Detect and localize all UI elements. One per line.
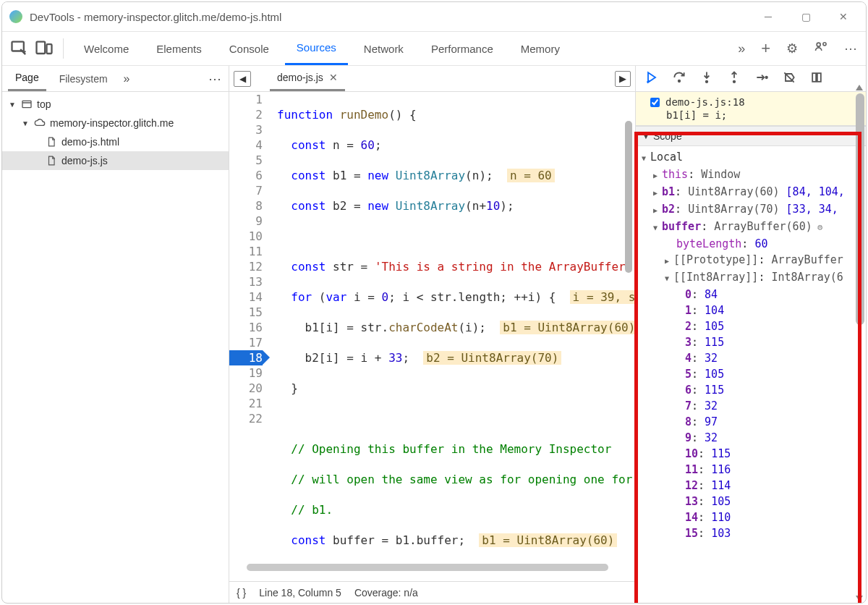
add-tab-icon[interactable]: + xyxy=(761,39,770,58)
cloud-icon xyxy=(34,117,46,129)
svg-point-8 xyxy=(733,81,736,83)
file-icon xyxy=(46,155,57,166)
editor-scrollbar-vertical[interactable] xyxy=(625,121,632,273)
breakpoint-location[interactable]: demo-js.js:18 xyxy=(665,96,745,108)
window-title: DevTools - memory-inspector.glitch.me/de… xyxy=(30,11,759,23)
scroll-down-icon[interactable] xyxy=(856,596,863,601)
account-icon[interactable] xyxy=(814,40,828,58)
inline-hint: b1 = Uint8Array(60) xyxy=(500,321,635,334)
close-button[interactable]: ✕ xyxy=(834,7,853,26)
scope-array-entry[interactable]: 2: 105 xyxy=(642,318,866,334)
kebab-icon[interactable]: ⋯ xyxy=(844,41,859,56)
maximize-button[interactable]: ▢ xyxy=(796,7,815,26)
file-tabs: ◀ demo-js.js ✕ ▶ xyxy=(229,66,635,92)
tree-top[interactable]: ▼ top xyxy=(2,95,229,114)
more-tabs-icon[interactable]: » xyxy=(738,41,745,56)
gear-icon[interactable]: ⚙ xyxy=(812,222,822,232)
scope-array-entry[interactable]: 7: 32 xyxy=(642,398,866,414)
chevron-down-icon: ▼ xyxy=(8,101,17,109)
svg-point-4 xyxy=(823,42,826,45)
debugger-panel: demo-js.js:18 b1[i] = i; ▼ Scope ▼Local … xyxy=(636,66,866,603)
scope-array-entry[interactable]: 10: 115 xyxy=(642,446,866,462)
scope-array-entry[interactable]: 12: 114 xyxy=(642,478,866,494)
nav-tab-page[interactable]: Page xyxy=(8,67,46,91)
tab-network[interactable]: Network xyxy=(352,32,415,65)
file-icon xyxy=(46,136,57,148)
file-tab-label: demo-js.js xyxy=(277,72,323,83)
scope-array-entry[interactable]: 9: 32 xyxy=(642,430,866,446)
navigator-tabs: Page Filesystem » ⋯ xyxy=(2,66,229,92)
svg-rect-0 xyxy=(12,42,24,51)
braces-icon[interactable]: { } xyxy=(237,587,246,598)
scope-title: Scope xyxy=(653,130,682,142)
tab-memory[interactable]: Memory xyxy=(509,32,571,65)
tab-console[interactable]: Console xyxy=(218,32,281,65)
breakpoint-checkbox[interactable] xyxy=(650,98,660,107)
editor-scrollbar-horizontal[interactable] xyxy=(247,564,608,571)
run-snippet-icon[interactable]: ▶ xyxy=(615,71,631,87)
toggle-navigator-button[interactable]: ◀ xyxy=(234,71,251,87)
resume-button[interactable] xyxy=(644,70,659,87)
svg-rect-11 xyxy=(817,73,821,82)
step-out-button[interactable] xyxy=(727,70,741,87)
scope-array-entry[interactable]: 15: 103 xyxy=(642,525,866,541)
scope-array-entry[interactable]: 3: 115 xyxy=(642,334,866,350)
titlebar: DevTools - memory-inspector.glitch.me/de… xyxy=(2,2,866,31)
tree-domain-label: memory-inspector.glitch.me xyxy=(50,117,174,129)
scope-array-entry[interactable]: 13: 105 xyxy=(642,494,866,509)
coverage-status: Coverage: n/a xyxy=(354,587,418,598)
editor-wrap: 12345678910111213141516171819202122 func… xyxy=(229,92,635,603)
step-over-button[interactable] xyxy=(672,70,686,87)
tree-domain[interactable]: ▼ memory-inspector.glitch.me xyxy=(2,114,229,132)
scope-array-entry[interactable]: 14: 110 xyxy=(642,509,866,525)
editor-panel: ◀ demo-js.js ✕ ▶ 12345678910111213141516… xyxy=(229,66,636,603)
nav-tabs-kebab-icon[interactable]: ⋯ xyxy=(208,71,223,87)
code-area[interactable]: function runDemo() { const n = 60; const… xyxy=(270,92,635,603)
scroll-up-icon[interactable] xyxy=(856,85,863,90)
scope-array-entry[interactable]: 1: 104 xyxy=(642,302,866,318)
minimize-button[interactable]: ─ xyxy=(759,7,778,26)
settings-icon[interactable]: ⚙ xyxy=(786,41,798,56)
scope-array-entry[interactable]: 11: 116 xyxy=(642,462,866,478)
scope-array-entry[interactable]: 5: 105 xyxy=(642,366,866,382)
nav-tab-filesystem[interactable]: Filesystem xyxy=(52,67,115,91)
inline-hint: i = 39, s xyxy=(570,290,635,304)
scope-array-entry[interactable]: 8: 97 xyxy=(642,414,866,430)
scope-array-entry[interactable]: 4: 32 xyxy=(642,350,866,366)
scope-array-entry[interactable]: 0: 84 xyxy=(642,287,866,302)
tab-sources[interactable]: Sources xyxy=(285,32,348,65)
navigator-panel: Page Filesystem » ⋯ ▼ top ▼ memory-inspe… xyxy=(2,66,229,603)
nav-tabs-more-icon[interactable]: » xyxy=(124,72,130,85)
file-tab[interactable]: demo-js.js ✕ xyxy=(270,67,345,91)
line-gutter: 12345678910111213141516171819202122 xyxy=(229,92,270,603)
tab-welcome[interactable]: Welcome xyxy=(72,32,140,65)
tab-elements[interactable]: Elements xyxy=(145,32,213,65)
svg-point-9 xyxy=(765,77,767,79)
step-into-button[interactable] xyxy=(699,70,714,87)
tree-file-label: demo-js.html xyxy=(61,136,119,148)
inspect-icon[interactable] xyxy=(9,38,30,59)
svg-point-7 xyxy=(706,81,708,83)
tree-file-js[interactable]: demo-js.js xyxy=(2,151,229,170)
debug-toolbar xyxy=(636,66,866,92)
svg-rect-1 xyxy=(37,42,46,54)
favicon-icon xyxy=(9,10,22,23)
tab-performance[interactable]: Performance xyxy=(420,32,505,65)
deactivate-bp-button[interactable] xyxy=(782,70,796,87)
svg-rect-10 xyxy=(812,73,816,82)
tree-file-html[interactable]: demo-js.html xyxy=(2,132,229,151)
devtools-window: DevTools - memory-inspector.glitch.me/de… xyxy=(1,1,867,604)
tree-top-label: top xyxy=(37,98,51,110)
chevron-down-icon: ▼ xyxy=(642,132,650,140)
step-button[interactable] xyxy=(754,70,769,87)
scope-tree[interactable]: ▼Local ▶this: Window ▶b1: Uint8Array(60)… xyxy=(636,146,866,603)
device-icon[interactable] xyxy=(34,38,54,59)
scope-header[interactable]: ▼ Scope xyxy=(636,126,866,146)
pause-exceptions-button[interactable] xyxy=(809,70,824,87)
close-tab-icon[interactable]: ✕ xyxy=(329,72,338,83)
scope-array-entry[interactable]: 6: 115 xyxy=(642,382,866,398)
svg-point-3 xyxy=(817,43,820,46)
cursor-position: Line 18, Column 5 xyxy=(259,587,341,598)
scope-scrollbar[interactable] xyxy=(856,93,864,325)
code-editor[interactable]: 12345678910111213141516171819202122 func… xyxy=(229,92,635,603)
